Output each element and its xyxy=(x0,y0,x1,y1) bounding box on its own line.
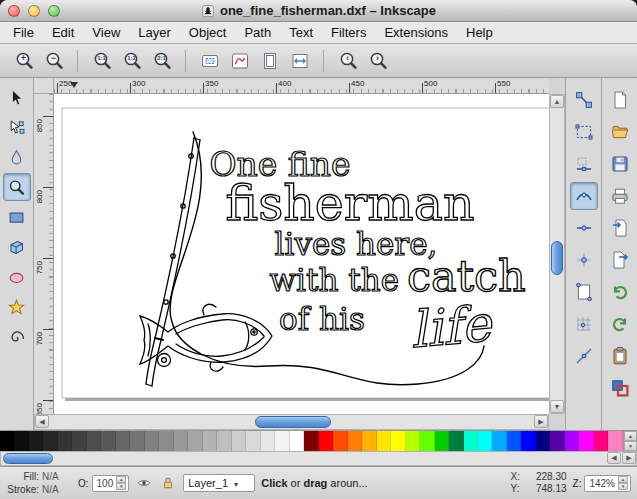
palette-swatch[interactable] xyxy=(14,431,28,451)
palette-swatch[interactable] xyxy=(101,431,115,451)
minimize-window-button[interactable] xyxy=(28,5,40,17)
new-document-button[interactable] xyxy=(606,86,634,114)
palette-swatch[interactable] xyxy=(261,431,275,451)
menu-view[interactable]: View xyxy=(83,22,129,43)
palette-swatch[interactable] xyxy=(492,431,506,451)
menu-text[interactable]: Text xyxy=(280,22,322,43)
zoom-in-button[interactable]: + xyxy=(10,47,37,74)
menu-filters[interactable]: Filters xyxy=(322,22,375,43)
palette-swatch[interactable] xyxy=(43,431,57,451)
zoom-window-button[interactable] xyxy=(48,5,60,17)
vertical-scrollbar-thumb[interactable] xyxy=(551,241,563,275)
scroll-down-arrow-icon[interactable] xyxy=(550,400,564,413)
menu-help[interactable]: Help xyxy=(457,22,502,43)
fill-stroke-indicator[interactable]: Fill: N/A Stroke: N/A xyxy=(6,470,72,496)
palette-swatch[interactable] xyxy=(217,431,231,451)
palette-swatch[interactable] xyxy=(550,431,564,451)
save-document-button[interactable] xyxy=(606,150,634,178)
palette-swatch[interactable] xyxy=(188,431,202,451)
node-tool-button[interactable] xyxy=(3,113,31,141)
drawing-canvas[interactable]: One fine fisherman lives here, with the … xyxy=(54,94,549,414)
palette-swatch[interactable] xyxy=(478,431,492,451)
scroll-right-arrow-icon[interactable] xyxy=(534,415,548,428)
palette-swatch[interactable] xyxy=(362,431,376,451)
palette-scroll-left-icon[interactable] xyxy=(607,452,621,464)
open-document-button[interactable] xyxy=(606,118,634,146)
selector-tool-button[interactable] xyxy=(3,83,31,111)
paste-button[interactable] xyxy=(606,342,634,370)
layer-visibility-toggle[interactable] xyxy=(135,474,153,492)
vertical-ruler[interactable]: 850800750700650 xyxy=(34,94,54,414)
palette-swatch[interactable] xyxy=(420,431,434,451)
ellipse-tool-button[interactable] xyxy=(3,263,31,291)
snap-toggle-button[interactable] xyxy=(570,86,598,114)
zoom-page-width-button[interactable] xyxy=(286,47,313,74)
horizontal-scrollbar-thumb[interactable] xyxy=(255,416,331,428)
palette-swatch[interactable] xyxy=(72,431,86,451)
palette-swatch[interactable] xyxy=(232,431,246,451)
zoom-selection-button[interactable] xyxy=(196,47,223,74)
undo-button[interactable] xyxy=(606,278,634,306)
palette-swatch[interactable] xyxy=(435,431,449,451)
palette-swatch[interactable] xyxy=(304,431,318,451)
palette-swatch[interactable] xyxy=(565,431,579,451)
snap-object-centers-button[interactable] xyxy=(570,246,598,274)
scroll-up-arrow-icon[interactable] xyxy=(550,95,564,108)
close-window-button[interactable] xyxy=(8,5,20,17)
zoom-field[interactable]: 142% xyxy=(584,475,631,492)
zoom-drawing-button[interactable] xyxy=(226,47,253,74)
palette-swatch[interactable] xyxy=(130,431,144,451)
menu-layer[interactable]: Layer xyxy=(129,22,180,43)
palette-swatch[interactable] xyxy=(391,431,405,451)
zoom-2-1-button[interactable]: 2:1 xyxy=(148,47,175,74)
opacity-field[interactable]: 100 xyxy=(92,475,130,492)
snap-nodes-button[interactable] xyxy=(570,182,598,210)
menu-file[interactable]: File xyxy=(4,22,43,43)
palette-swatch[interactable] xyxy=(536,431,550,451)
horizontal-scrollbar[interactable] xyxy=(34,414,549,430)
palette-swatch[interactable] xyxy=(319,431,333,451)
zoom-tool-button[interactable] xyxy=(3,173,31,201)
palette-swatch[interactable] xyxy=(333,431,347,451)
zoom-out-button[interactable]: − xyxy=(40,47,67,74)
palette-swatch[interactable] xyxy=(507,431,521,451)
palette-scroll-up-button[interactable] xyxy=(624,431,637,441)
snap-grids-button[interactable] xyxy=(570,310,598,338)
palette-swatch[interactable] xyxy=(159,431,173,451)
star-tool-button[interactable] xyxy=(3,293,31,321)
palette-scrollbar-thumb[interactable] xyxy=(3,453,53,464)
palette-scrollbar[interactable] xyxy=(0,451,637,466)
palette-swatch[interactable] xyxy=(449,431,463,451)
opacity-spinner[interactable] xyxy=(116,476,126,490)
snap-bbox-edges-button[interactable] xyxy=(570,150,598,178)
palette-swatch[interactable] xyxy=(406,431,420,451)
zoom-1-1-button[interactable]: 1:1 xyxy=(88,47,115,74)
zoom-page-button[interactable] xyxy=(256,47,283,74)
spiral-tool-button[interactable] xyxy=(3,323,31,351)
layer-lock-toggle[interactable] xyxy=(159,474,177,492)
palette-swatch[interactable] xyxy=(579,431,593,451)
palette-scroll-right-icon[interactable] xyxy=(622,452,636,464)
palette-scroll-down-button[interactable] xyxy=(624,441,637,451)
tweak-tool-button[interactable] xyxy=(3,143,31,171)
palette-swatch[interactable] xyxy=(87,431,101,451)
palette-swatch[interactable] xyxy=(377,431,391,451)
import-document-button[interactable] xyxy=(606,214,634,242)
palette-swatch[interactable] xyxy=(246,431,260,451)
box3d-tool-button[interactable] xyxy=(3,233,31,261)
menu-path[interactable]: Path xyxy=(235,22,280,43)
fill-stroke-dialog-button[interactable] xyxy=(606,374,634,402)
snap-bounding-box-button[interactable] xyxy=(570,118,598,146)
rectangle-tool-button[interactable] xyxy=(3,203,31,231)
palette-swatch[interactable] xyxy=(0,431,14,451)
horizontal-ruler[interactable]: 250300350400450500550 xyxy=(54,78,549,94)
palette-swatch[interactable] xyxy=(608,431,622,451)
zoom-previous-button[interactable]: ‹ xyxy=(334,47,361,74)
menu-object[interactable]: Object xyxy=(180,22,236,43)
palette-swatch[interactable] xyxy=(348,431,362,451)
menu-edit[interactable]: Edit xyxy=(43,22,83,43)
palette-swatch[interactable] xyxy=(174,431,188,451)
palette-swatch[interactable] xyxy=(29,431,43,451)
vertical-scrollbar[interactable] xyxy=(549,94,565,414)
print-document-button[interactable] xyxy=(606,182,634,210)
